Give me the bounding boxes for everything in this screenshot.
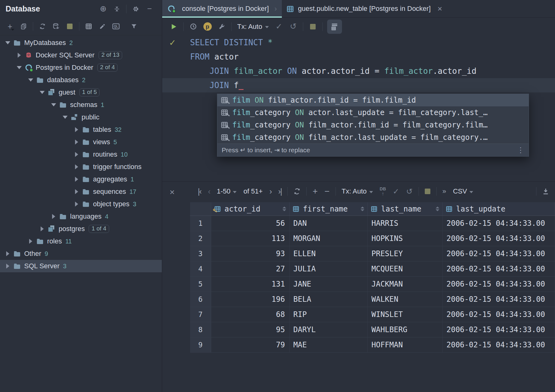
tx-mode-dropdown[interactable]: Tx: Auto — [234, 20, 272, 33]
cell-last-name[interactable]: PRESLEY — [368, 246, 443, 261]
rollback-icon[interactable]: ↺ — [286, 20, 300, 33]
cell-last-update[interactable]: 2006-02-15 04:34:33.00 — [443, 292, 555, 307]
tree-item-postgres-in-docker[interactable]: Postgres in Docker2 of 4 — [0, 61, 162, 74]
stop-icon[interactable] — [63, 20, 77, 33]
execute-button[interactable] — [166, 20, 181, 33]
code-line[interactable]: JOIN f_ — [162, 78, 555, 92]
tree-item-other[interactable]: Other9 — [0, 247, 162, 260]
tree-item-postgres[interactable]: postgres1 of 4 — [0, 223, 162, 235]
new-datasource-button[interactable]: + — [3, 20, 17, 33]
cell-actor-id[interactable]: 131 — [211, 277, 290, 292]
cell-last-update[interactable]: 2006-02-15 04:34:33.00 — [443, 307, 555, 322]
expand-arrow-icon[interactable] — [74, 127, 79, 132]
delete-row-button[interactable]: − — [321, 185, 333, 198]
close-tab-icon[interactable]: × — [437, 4, 442, 14]
tree-item-views[interactable]: views5 — [0, 136, 162, 148]
hide-panel-icon[interactable]: − — [143, 2, 156, 16]
tree-item-mydatabases[interactable]: MyDatabases2 — [0, 37, 162, 49]
page-range-dropdown[interactable]: 1-50 — [213, 185, 240, 198]
cell-last-name[interactable]: WALKEN — [368, 292, 443, 307]
cell-last-update[interactable]: 2006-02-15 04:34:33.00 — [443, 277, 555, 292]
cell-actor-id[interactable]: 196 — [211, 292, 290, 307]
expand-arrow-icon[interactable] — [28, 78, 33, 82]
column-header-actor-id[interactable]: actor_id — [211, 202, 290, 216]
code-line[interactable]: FROM actor — [162, 50, 555, 64]
sort-toggle-icon[interactable] — [361, 207, 364, 211]
export-download-icon[interactable] — [539, 185, 553, 198]
submit-to-database-icon[interactable]: DB ↑ — [376, 185, 389, 198]
expand-arrow-icon[interactable] — [5, 251, 11, 256]
last-page-button[interactable]: ›| — [275, 185, 285, 198]
reload-data-icon[interactable] — [290, 185, 304, 198]
expand-arrow-icon[interactable] — [74, 177, 79, 182]
cell-actor-id[interactable]: 79 — [211, 337, 290, 352]
collapse-all-icon[interactable] — [110, 2, 124, 16]
tree-item-sequences[interactable]: sequences17 — [0, 185, 162, 198]
expand-arrow-icon[interactable] — [74, 152, 79, 157]
cell-last-update[interactable]: 2006-02-15 04:34:33.00 — [443, 322, 555, 337]
more-options-icon[interactable]: » — [439, 185, 450, 198]
cell-first-name[interactable]: BELA — [290, 292, 368, 307]
cell-last-name[interactable]: WAHLBERG — [368, 322, 443, 337]
refresh-icon[interactable] — [36, 20, 49, 33]
stop-icon[interactable] — [306, 20, 320, 33]
expand-arrow-icon[interactable] — [28, 239, 33, 244]
stop-icon[interactable] — [421, 185, 434, 198]
cell-first-name[interactable]: DAN — [290, 216, 368, 231]
cell-actor-id[interactable]: 68 — [211, 307, 290, 322]
cell-last-update[interactable]: 2006-02-15 04:34:33.00 — [443, 231, 555, 246]
tree-item-roles[interactable]: roles11 — [0, 235, 162, 247]
cell-first-name[interactable]: ELLEN — [290, 246, 368, 261]
commit-check-icon[interactable]: ✓ — [272, 20, 286, 33]
data-source-properties-icon[interactable] — [49, 20, 63, 33]
tree-item-sql-server[interactable]: SQL Server3 — [0, 260, 162, 272]
tx-mode-dropdown[interactable]: Tx: Auto — [338, 185, 376, 198]
tree-item-schemas[interactable]: schemas1 — [0, 99, 162, 111]
previous-page-button[interactable]: ‹ — [205, 185, 213, 198]
cell-last-name[interactable]: JACKMAN — [368, 277, 443, 292]
cell-first-name[interactable]: JULIA — [290, 261, 368, 276]
code-line[interactable]: JOIN film_actor ON actor.actor_id = film… — [162, 64, 555, 78]
completion-item[interactable]: film ON film_actor.film_id = film.film_i… — [217, 94, 529, 106]
column-header-first-name[interactable]: first_name — [290, 202, 368, 216]
history-clock-icon[interactable] — [186, 20, 200, 33]
cell-last-name[interactable]: HOPKINS — [368, 231, 443, 246]
expand-arrow-icon[interactable] — [74, 140, 79, 145]
cell-last-update[interactable]: 2006-02-15 04:34:33.00 — [443, 246, 555, 261]
settings-gear-icon[interactable] — [129, 2, 143, 16]
in-editor-results-toggle[interactable] — [327, 20, 342, 34]
session-badge-icon[interactable]: p — [200, 20, 215, 33]
tree-item-aggregates[interactable]: aggregates1 — [0, 173, 162, 185]
cell-first-name[interactable]: MORGAN — [290, 231, 368, 246]
tab-new-table[interactable]: guest.public.new_table [Postgres in Dock… — [282, 0, 447, 17]
table-view-icon[interactable] — [82, 20, 95, 33]
next-page-button[interactable]: › — [266, 185, 275, 198]
duplicate-icon[interactable] — [17, 20, 30, 33]
row-number-cell[interactable]: 8 — [190, 322, 211, 337]
cell-actor-id[interactable]: 56 — [211, 216, 290, 231]
column-header-last-update[interactable]: last_update — [443, 202, 555, 216]
kebab-menu-icon[interactable]: ⋮ — [517, 146, 524, 154]
column-header-last-name[interactable]: last_name — [368, 202, 443, 216]
expand-arrow-icon[interactable] — [16, 66, 22, 69]
edit-pencil-icon[interactable] — [95, 20, 109, 33]
close-results-icon[interactable]: × — [170, 187, 175, 197]
row-number-cell[interactable]: 3 — [190, 246, 211, 261]
cell-actor-id[interactable]: 113 — [211, 231, 290, 246]
filter-icon[interactable] — [127, 20, 141, 33]
row-number-cell[interactable]: 4 — [190, 261, 211, 276]
tree-item-object-types[interactable]: object types3 — [0, 198, 162, 210]
tree-item-guest[interactable]: guest1 of 5 — [0, 86, 162, 99]
code-line[interactable]: ✓SELECT DISTINCT * — [162, 35, 555, 50]
tree-item-trigger-functions[interactable]: trigger functions — [0, 161, 162, 173]
cell-last-update[interactable]: 2006-02-15 04:34:33.00 — [443, 337, 555, 352]
expand-arrow-icon[interactable] — [74, 164, 79, 169]
sort-toggle-icon[interactable] — [436, 207, 439, 211]
tree-item-public[interactable]: public — [0, 111, 162, 123]
cell-actor-id[interactable]: 93 — [211, 246, 290, 261]
cell-first-name[interactable]: JANE — [290, 277, 368, 292]
cell-last-name[interactable]: HOFFMAN — [368, 337, 443, 352]
row-number-cell[interactable]: 9 — [190, 337, 211, 352]
tab-console[interactable]: console [Postgres in Docker] › — [162, 0, 282, 17]
expand-arrow-icon[interactable] — [51, 103, 56, 106]
